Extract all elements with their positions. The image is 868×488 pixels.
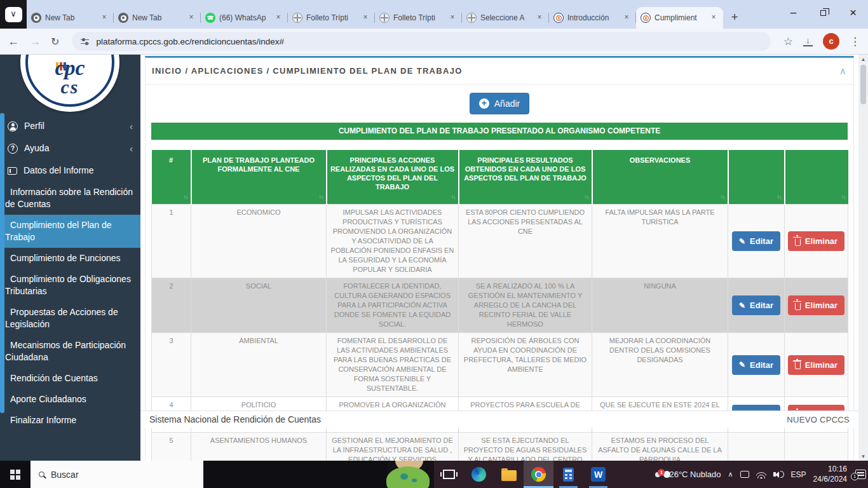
sidebar-item-rendicion-cuentas[interactable]: Rendición de Cuentas: [0, 368, 140, 389]
chrome-button-active[interactable]: [524, 461, 553, 488]
tab-list: New Tab New Tab (66) WhatsAp Folleto Trí…: [27, 5, 743, 29]
search-icon: [39, 471, 44, 477]
close-icon[interactable]: [621, 13, 632, 23]
add-button[interactable]: Añadir: [470, 93, 529, 114]
reload-button[interactable]: [51, 36, 59, 48]
delete-button[interactable]: Eliminar: [788, 295, 844, 315]
bookmark-star-icon[interactable]: [783, 35, 793, 48]
sidebar-item-propuestas-legislacion[interactable]: Propuestas de Acciones de Legislación: [0, 302, 140, 335]
volume-icon[interactable]: [773, 471, 784, 478]
downloads-icon[interactable]: [803, 37, 813, 46]
calculator-button[interactable]: [553, 461, 583, 488]
scroll-down-icon[interactable]: [861, 452, 866, 461]
sidebar-item-label: Perfil: [24, 120, 44, 132]
forward-button[interactable]: [29, 35, 41, 48]
collapse-panel-icon[interactable]: [839, 65, 847, 77]
close-icon[interactable]: [273, 13, 283, 23]
close-icon[interactable]: [186, 13, 196, 23]
close-icon[interactable]: [709, 13, 719, 23]
column-header-eliminar[interactable]: [785, 150, 848, 205]
profile-avatar[interactable]: c: [823, 33, 839, 50]
tray-expand-icon[interactable]: [728, 470, 733, 478]
notification-center-icon[interactable]: 1: [855, 470, 866, 479]
table-row: 3 AMBIENTAL FOMENTAR EL DESARROLLO DE LA…: [152, 333, 848, 397]
column-header-num[interactable]: #: [152, 150, 191, 205]
search-placeholder: Buscar: [51, 470, 79, 480]
sidebar-item-cumplimiento-funciones[interactable]: Cumplimiento de Funciones: [0, 248, 140, 269]
column-header-resultados[interactable]: PRINCIPALES RESULTADOS OBTENIDOS EN CADA…: [459, 150, 592, 205]
sort-icon[interactable]: [721, 193, 725, 201]
tab-title: Folleto Trípti: [393, 13, 444, 22]
browser-menu-icon[interactable]: [850, 35, 860, 48]
sort-icon[interactable]: [319, 193, 323, 201]
column-header-plan[interactable]: PLAN DE TRABAJO PLANTEADO FORMALMENTE AL…: [191, 150, 327, 205]
breadcrumb[interactable]: INICIO / APLICACIONES / CUMPLIMIENTO DEL…: [152, 66, 463, 76]
sidebar-item-obligaciones-tributarias[interactable]: Cumplimiento de Obligaciones Tributarias: [0, 269, 140, 302]
column-header-acciones[interactable]: PRINCIPALES ACCIONES REALIZADAS EN CADA …: [327, 150, 459, 205]
sidebar-item-mecanismos-participacion[interactable]: Mecanismos de Participación Ciudadana: [0, 335, 140, 368]
new-tab-button[interactable]: [726, 9, 743, 27]
sidebar-item-aporte-ciudadanos[interactable]: Aporte Ciudadanos: [0, 389, 140, 410]
browser-tab-folleto-2[interactable]: Folleto Trípti: [375, 7, 462, 29]
browser-tab-cumplimiento-active[interactable]: Cumplimient: [636, 7, 723, 29]
sort-icon[interactable]: [841, 193, 846, 201]
sort-icon[interactable]: [451, 193, 456, 201]
cpccs-icon: [641, 13, 651, 23]
sidebar-item-perfil[interactable]: Perfil: [0, 115, 140, 137]
url-bar[interactable]: plataforma.cpccs.gob.ec/rendicioncuentas…: [72, 32, 770, 51]
sidebar-item-informacion-rendicion[interactable]: Información sobre la Rendición de Cuenta…: [0, 182, 140, 215]
sort-icon[interactable]: [777, 193, 782, 201]
delete-button[interactable]: Eliminar: [788, 231, 844, 251]
page-scrollbar[interactable]: [858, 55, 868, 461]
chevron-down-icon[interactable]: [5, 7, 22, 22]
taskbar-clock[interactable]: 10:16 24/6/2024: [813, 464, 847, 484]
sort-icon[interactable]: [585, 193, 589, 201]
close-icon[interactable]: [447, 13, 458, 23]
sidebar-item-finalizar-informe[interactable]: Finalizar Informe: [0, 410, 140, 431]
browser-tab-new-tab-2[interactable]: New Tab: [114, 7, 201, 29]
delete-button[interactable]: Eliminar: [788, 355, 844, 375]
device-icon[interactable]: [740, 471, 749, 478]
scroll-up-icon[interactable]: [861, 55, 866, 64]
column-header-editar[interactable]: [728, 150, 785, 205]
cpccs-icon: [553, 13, 564, 23]
browser-tab-whatsapp[interactable]: (66) WhatsAp: [201, 7, 288, 29]
close-icon[interactable]: [99, 13, 109, 23]
cell-edit: Editar: [728, 433, 785, 461]
browser-tab-seleccione[interactable]: Seleccione A: [462, 7, 549, 29]
sidebar-item-ayuda[interactable]: Ayuda: [0, 137, 140, 159]
edit-button[interactable]: Editar: [732, 295, 780, 315]
edit-button[interactable]: Editar: [732, 355, 780, 375]
file-explorer-button[interactable]: [494, 461, 524, 488]
close-window-button[interactable]: [838, 0, 868, 25]
language-indicator[interactable]: ESP: [791, 470, 806, 479]
sidebar-item-cumplimiento-plan-trabajo[interactable]: Cumplimiento del Plan de Trabajo: [0, 215, 140, 248]
sidebar-item-datos-del-informe[interactable]: Datos del Informe: [0, 159, 140, 182]
sidebar-item-label: Ayuda: [24, 142, 49, 154]
browser-tab-folleto-1[interactable]: Folleto Trípti: [288, 7, 375, 29]
browser-tab-new-tab-1[interactable]: New Tab: [27, 7, 114, 29]
column-header-observaciones[interactable]: OBSERVACIONES: [592, 150, 728, 205]
scrollbar-thumb[interactable]: [860, 65, 866, 104]
cell-delete: Eliminar: [785, 333, 848, 397]
wifi-icon[interactable]: [756, 470, 766, 478]
word-button[interactable]: [583, 461, 613, 488]
main-content: INICIO / APLICACIONES / CUMPLIMIENTO DEL…: [140, 55, 858, 461]
footer-brand: NUEVO CPCCS: [787, 415, 850, 424]
sidebar-scrollbar[interactable]: [0, 113, 4, 413]
globe-icon: [292, 13, 302, 23]
edge-button[interactable]: [464, 461, 494, 488]
taskbar-search-input[interactable]: Buscar: [31, 461, 203, 488]
weather-text[interactable]: 26°C Nublado: [669, 470, 721, 479]
back-button[interactable]: [8, 35, 19, 48]
edit-button[interactable]: Editar: [732, 231, 780, 251]
start-button[interactable]: [0, 461, 31, 488]
close-icon[interactable]: [534, 13, 545, 23]
restore-button[interactable]: [808, 0, 838, 25]
task-view-button[interactable]: [434, 461, 464, 488]
minimize-button[interactable]: [778, 0, 808, 25]
browser-tab-introduccion[interactable]: Introducción: [549, 7, 636, 29]
site-settings-icon[interactable]: [81, 38, 89, 45]
sort-icon[interactable]: [184, 193, 188, 201]
close-icon[interactable]: [360, 13, 370, 23]
